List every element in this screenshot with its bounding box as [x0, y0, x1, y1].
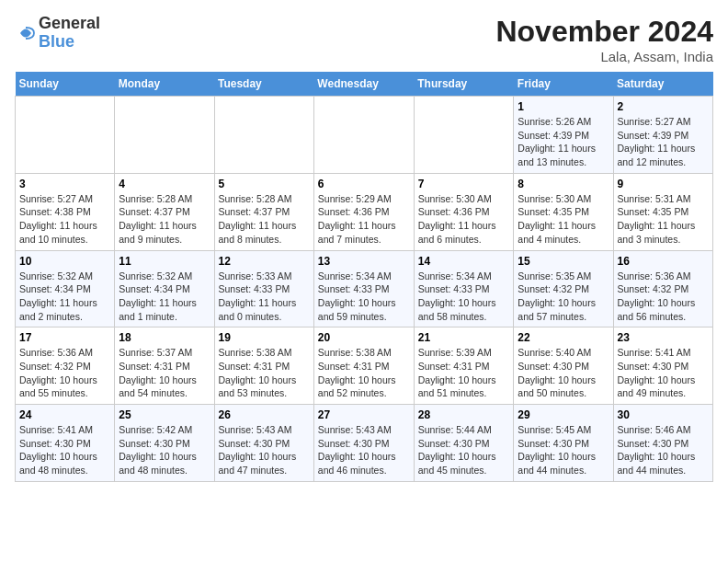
- calendar-cell: 10Sunrise: 5:32 AMSunset: 4:34 PMDayligh…: [16, 250, 115, 327]
- day-number: 29: [518, 408, 609, 421]
- day-info-line: Sunrise: 5:43 AM: [318, 423, 410, 437]
- day-info-line: Daylight: 11 hours and 0 minutes.: [219, 296, 310, 323]
- calendar-cell: 5Sunrise: 5:28 AMSunset: 4:37 PMDaylight…: [214, 173, 313, 250]
- day-info-line: Sunrise: 5:45 AM: [518, 423, 609, 437]
- calendar-cell: 27Sunrise: 5:43 AMSunset: 4:30 PMDayligh…: [313, 405, 414, 482]
- calendar-cell: 15Sunrise: 5:35 AMSunset: 4:32 PMDayligh…: [514, 250, 613, 327]
- calendar-week-row: 10Sunrise: 5:32 AMSunset: 4:34 PMDayligh…: [16, 250, 713, 327]
- calendar-cell: 24Sunrise: 5:41 AMSunset: 4:30 PMDayligh…: [16, 405, 115, 482]
- logo: General Blue: [15, 15, 100, 52]
- calendar-cell: 26Sunrise: 5:43 AMSunset: 4:30 PMDayligh…: [214, 405, 313, 482]
- day-info-line: Sunset: 4:39 PM: [518, 129, 609, 143]
- day-number: 8: [518, 178, 609, 190]
- calendar-cell: 17Sunrise: 5:36 AMSunset: 4:32 PMDayligh…: [16, 327, 115, 405]
- day-info-line: Daylight: 11 hours and 10 minutes.: [19, 219, 110, 246]
- day-info: Sunrise: 5:39 AMSunset: 4:31 PMDaylight:…: [418, 346, 510, 400]
- day-info-line: Daylight: 10 hours and 45 minutes.: [418, 450, 510, 477]
- calendar-cell: 22Sunrise: 5:40 AMSunset: 4:30 PMDayligh…: [514, 327, 613, 405]
- day-info-line: Sunset: 4:33 PM: [219, 282, 310, 296]
- day-number: 12: [219, 255, 310, 268]
- day-info-line: Sunset: 4:31 PM: [418, 360, 510, 373]
- day-number: 27: [318, 408, 410, 421]
- day-info-line: Daylight: 11 hours and 7 minutes.: [318, 219, 410, 246]
- calendar-cell: 30Sunrise: 5:46 AMSunset: 4:30 PMDayligh…: [613, 405, 713, 482]
- calendar-cell: 1Sunrise: 5:26 AMSunset: 4:39 PMDaylight…: [514, 97, 613, 174]
- month-title: November 2024: [495, 15, 713, 49]
- calendar-cell: [214, 97, 313, 174]
- day-info-line: Sunrise: 5:41 AM: [618, 346, 710, 360]
- day-number: 14: [418, 255, 510, 268]
- day-info-line: Sunrise: 5:27 AM: [618, 115, 710, 129]
- logo-line2: Blue: [39, 33, 100, 52]
- day-info: Sunrise: 5:27 AMSunset: 4:38 PMDaylight:…: [19, 192, 110, 247]
- day-number: 21: [418, 331, 510, 344]
- day-info-line: Daylight: 10 hours and 53 minutes.: [219, 373, 310, 400]
- day-info-line: Sunrise: 5:30 AM: [418, 192, 510, 206]
- calendar-cell: 29Sunrise: 5:45 AMSunset: 4:30 PMDayligh…: [514, 405, 613, 482]
- day-number: 28: [418, 408, 510, 421]
- day-info-line: Sunset: 4:37 PM: [119, 205, 210, 219]
- day-info-line: Sunset: 4:30 PM: [618, 360, 710, 373]
- location: Lala, Assam, India: [495, 49, 713, 64]
- day-info-line: Sunset: 4:33 PM: [418, 282, 510, 296]
- day-info: Sunrise: 5:40 AMSunset: 4:30 PMDaylight:…: [518, 346, 609, 400]
- day-info: Sunrise: 5:35 AMSunset: 4:32 PMDaylight:…: [518, 270, 609, 324]
- day-info: Sunrise: 5:28 AMSunset: 4:37 PMDaylight:…: [219, 192, 310, 247]
- day-info-line: Sunset: 4:31 PM: [119, 360, 210, 373]
- day-info: Sunrise: 5:43 AMSunset: 4:30 PMDaylight:…: [219, 423, 310, 477]
- day-info: Sunrise: 5:30 AMSunset: 4:36 PMDaylight:…: [418, 192, 510, 247]
- day-info: Sunrise: 5:42 AMSunset: 4:30 PMDaylight:…: [119, 423, 210, 477]
- day-number: 30: [618, 408, 710, 421]
- calendar-cell: 13Sunrise: 5:34 AMSunset: 4:33 PMDayligh…: [313, 250, 414, 327]
- day-info: Sunrise: 5:38 AMSunset: 4:31 PMDaylight:…: [318, 346, 410, 400]
- day-info-line: Sunset: 4:30 PM: [19, 437, 110, 451]
- day-info: Sunrise: 5:28 AMSunset: 4:37 PMDaylight:…: [119, 192, 210, 247]
- day-info: Sunrise: 5:32 AMSunset: 4:34 PMDaylight:…: [19, 270, 110, 324]
- calendar-cell: 23Sunrise: 5:41 AMSunset: 4:30 PMDayligh…: [613, 327, 713, 405]
- day-info-line: Daylight: 10 hours and 47 minutes.: [219, 450, 310, 477]
- day-info-line: Sunrise: 5:37 AM: [119, 346, 210, 360]
- day-info-line: Sunrise: 5:31 AM: [618, 192, 710, 206]
- calendar-cell: [16, 97, 115, 174]
- day-info: Sunrise: 5:26 AMSunset: 4:39 PMDaylight:…: [518, 115, 609, 169]
- day-info-line: Daylight: 10 hours and 46 minutes.: [318, 450, 410, 477]
- day-info-line: Sunset: 4:38 PM: [19, 205, 110, 219]
- title-block: November 2024 Lala, Assam, India: [495, 15, 713, 64]
- day-info-line: Sunset: 4:32 PM: [19, 360, 110, 373]
- day-info: Sunrise: 5:29 AMSunset: 4:36 PMDaylight:…: [318, 192, 410, 247]
- day-info: Sunrise: 5:37 AMSunset: 4:31 PMDaylight:…: [119, 346, 210, 400]
- day-info-line: Daylight: 10 hours and 52 minutes.: [318, 373, 410, 400]
- calendar-cell: 21Sunrise: 5:39 AMSunset: 4:31 PMDayligh…: [414, 327, 514, 405]
- day-info-line: Sunset: 4:30 PM: [418, 437, 510, 451]
- day-number: 25: [119, 408, 210, 421]
- day-info-line: Sunset: 4:30 PM: [518, 360, 609, 373]
- day-info-line: Sunset: 4:30 PM: [219, 437, 310, 451]
- weekday-header: Friday: [514, 72, 613, 97]
- day-info-line: Daylight: 11 hours and 6 minutes.: [418, 219, 510, 246]
- day-info: Sunrise: 5:41 AMSunset: 4:30 PMDaylight:…: [618, 346, 710, 400]
- day-number: 2: [618, 100, 710, 113]
- day-info-line: Sunrise: 5:46 AM: [618, 423, 710, 437]
- logo-line1: General: [39, 15, 100, 33]
- calendar-cell: 25Sunrise: 5:42 AMSunset: 4:30 PMDayligh…: [115, 405, 214, 482]
- day-info-line: Sunset: 4:31 PM: [318, 360, 410, 373]
- day-number: 10: [19, 255, 110, 268]
- day-info-line: Sunrise: 5:36 AM: [19, 346, 110, 360]
- day-info: Sunrise: 5:41 AMSunset: 4:30 PMDaylight:…: [19, 423, 110, 477]
- day-number: 23: [618, 331, 710, 344]
- day-info-line: Sunset: 4:35 PM: [518, 205, 609, 219]
- day-number: 9: [618, 178, 710, 190]
- day-info-line: Sunset: 4:35 PM: [618, 205, 710, 219]
- calendar-cell: [115, 97, 214, 174]
- day-info: Sunrise: 5:38 AMSunset: 4:31 PMDaylight:…: [219, 346, 310, 400]
- day-info-line: Daylight: 11 hours and 13 minutes.: [518, 142, 609, 168]
- day-info-line: Daylight: 10 hours and 57 minutes.: [518, 296, 609, 323]
- day-number: 18: [119, 331, 210, 344]
- calendar-cell: [313, 97, 414, 174]
- calendar-cell: 18Sunrise: 5:37 AMSunset: 4:31 PMDayligh…: [115, 327, 214, 405]
- day-info-line: Sunset: 4:34 PM: [19, 282, 110, 296]
- day-info-line: Sunrise: 5:35 AM: [518, 270, 609, 283]
- day-number: 1: [518, 100, 609, 113]
- day-number: 16: [618, 255, 710, 268]
- day-info-line: Daylight: 10 hours and 54 minutes.: [119, 373, 210, 400]
